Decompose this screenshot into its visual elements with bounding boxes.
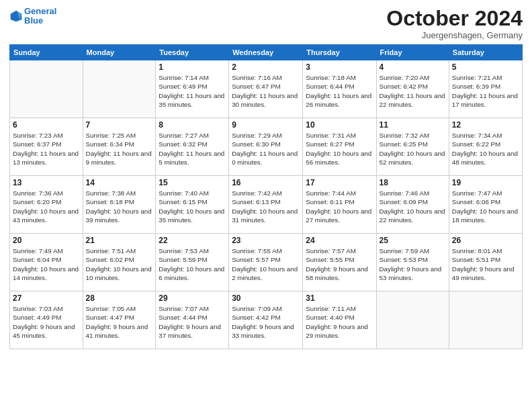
day-number: 1 — [159, 62, 226, 72]
calendar-cell: 1Sunrise: 7:14 AM Sunset: 6:49 PM Daylig… — [156, 60, 229, 118]
day-info: Sunrise: 7:34 AM Sunset: 6:22 PM Dayligh… — [452, 131, 519, 167]
day-number: 7 — [86, 120, 153, 130]
day-info: Sunrise: 7:27 AM Sunset: 6:32 PM Dayligh… — [159, 131, 226, 167]
day-info: Sunrise: 7:36 AM Sunset: 6:20 PM Dayligh… — [13, 189, 80, 224]
col-wednesday: Wednesday — [229, 45, 303, 60]
day-info: Sunrise: 7:31 AM Sunset: 6:27 PM Dayligh… — [306, 131, 373, 167]
day-info: Sunrise: 7:32 AM Sunset: 6:25 PM Dayligh… — [380, 131, 446, 167]
calendar-week-4: 27Sunrise: 7:03 AM Sunset: 4:49 PM Dayli… — [10, 291, 523, 349]
day-info: Sunrise: 7:46 AM Sunset: 6:09 PM Dayligh… — [380, 189, 446, 224]
calendar-week-3: 20Sunrise: 7:49 AM Sunset: 6:04 PM Dayli… — [10, 234, 523, 291]
day-number: 30 — [232, 293, 300, 303]
day-info: Sunrise: 7:21 AM Sunset: 6:39 PM Dayligh… — [452, 73, 519, 109]
day-number: 28 — [86, 293, 153, 303]
page: General Blue October 2024 Juergenshagen,… — [0, 0, 532, 411]
day-info: Sunrise: 7:42 AM Sunset: 6:13 PM Dayligh… — [232, 189, 300, 224]
day-number: 29 — [159, 293, 226, 303]
day-number: 5 — [452, 62, 519, 72]
day-info: Sunrise: 7:29 AM Sunset: 6:30 PM Dayligh… — [232, 131, 300, 167]
day-info: Sunrise: 7:23 AM Sunset: 6:37 PM Dayligh… — [13, 131, 80, 167]
day-number: 15 — [159, 178, 226, 187]
calendar-cell: 10Sunrise: 7:31 AM Sunset: 6:27 PM Dayli… — [303, 118, 376, 176]
calendar-cell: 31Sunrise: 7:11 AM Sunset: 4:40 PM Dayli… — [303, 291, 376, 349]
calendar-cell: 5Sunrise: 7:21 AM Sunset: 6:39 PM Daylig… — [449, 60, 522, 118]
calendar-cell: 22Sunrise: 7:53 AM Sunset: 5:59 PM Dayli… — [156, 234, 229, 291]
calendar-cell: 7Sunrise: 7:25 AM Sunset: 6:34 PM Daylig… — [83, 118, 156, 176]
day-number: 10 — [306, 120, 373, 130]
logo: General Blue — [9, 7, 56, 26]
day-info: Sunrise: 7:09 AM Sunset: 4:42 PM Dayligh… — [232, 304, 300, 340]
calendar-cell: 28Sunrise: 7:05 AM Sunset: 4:47 PM Dayli… — [83, 291, 156, 349]
day-number: 12 — [452, 120, 519, 130]
calendar-cell: 9Sunrise: 7:29 AM Sunset: 6:30 PM Daylig… — [229, 118, 303, 176]
day-number: 4 — [380, 62, 446, 72]
day-info: Sunrise: 7:51 AM Sunset: 6:02 PM Dayligh… — [86, 246, 153, 282]
day-info: Sunrise: 7:18 AM Sunset: 6:44 PM Dayligh… — [306, 73, 373, 109]
calendar-cell: 12Sunrise: 7:34 AM Sunset: 6:22 PM Dayli… — [449, 118, 522, 176]
calendar-cell: 30Sunrise: 7:09 AM Sunset: 4:42 PM Dayli… — [229, 291, 303, 349]
day-number: 13 — [13, 178, 80, 187]
calendar-cell: 13Sunrise: 7:36 AM Sunset: 6:20 PM Dayli… — [10, 176, 83, 234]
calendar-week-2: 13Sunrise: 7:36 AM Sunset: 6:20 PM Dayli… — [10, 176, 523, 234]
col-sunday: Sunday — [10, 45, 83, 60]
calendar-cell — [376, 291, 449, 349]
calendar: Sunday Monday Tuesday Wednesday Thursday… — [9, 44, 523, 349]
day-info: Sunrise: 7:16 AM Sunset: 6:47 PM Dayligh… — [232, 73, 300, 109]
calendar-cell: 24Sunrise: 7:57 AM Sunset: 5:55 PM Dayli… — [303, 234, 376, 291]
day-number: 21 — [86, 236, 153, 245]
day-number: 27 — [13, 293, 80, 303]
day-info: Sunrise: 7:44 AM Sunset: 6:11 PM Dayligh… — [306, 189, 373, 224]
day-info: Sunrise: 7:05 AM Sunset: 4:47 PM Dayligh… — [86, 304, 153, 340]
calendar-cell: 16Sunrise: 7:42 AM Sunset: 6:13 PM Dayli… — [229, 176, 303, 234]
day-number: 3 — [306, 62, 373, 72]
day-info: Sunrise: 7:20 AM Sunset: 6:42 PM Dayligh… — [380, 73, 446, 109]
day-info: Sunrise: 7:57 AM Sunset: 5:55 PM Dayligh… — [306, 246, 373, 282]
day-info: Sunrise: 7:07 AM Sunset: 4:44 PM Dayligh… — [159, 304, 226, 340]
logo-line2: Blue — [24, 15, 43, 26]
calendar-cell: 4Sunrise: 7:20 AM Sunset: 6:42 PM Daylig… — [376, 60, 449, 118]
calendar-cell — [10, 60, 83, 118]
calendar-cell — [449, 291, 522, 349]
logo-text: General Blue — [24, 7, 56, 26]
calendar-cell: 19Sunrise: 7:47 AM Sunset: 6:06 PM Dayli… — [449, 176, 522, 234]
day-number: 22 — [159, 236, 226, 245]
day-info: Sunrise: 7:47 AM Sunset: 6:06 PM Dayligh… — [452, 189, 519, 224]
day-number: 2 — [232, 62, 300, 72]
calendar-cell: 14Sunrise: 7:38 AM Sunset: 6:18 PM Dayli… — [83, 176, 156, 234]
day-number: 9 — [232, 120, 300, 130]
day-number: 26 — [452, 236, 519, 245]
day-number: 18 — [380, 178, 446, 187]
calendar-cell: 25Sunrise: 7:59 AM Sunset: 5:53 PM Dayli… — [376, 234, 449, 291]
day-info: Sunrise: 8:01 AM Sunset: 5:51 PM Dayligh… — [452, 246, 519, 282]
day-number: 17 — [306, 178, 373, 187]
calendar-cell: 27Sunrise: 7:03 AM Sunset: 4:49 PM Dayli… — [10, 291, 83, 349]
header: General Blue October 2024 Juergenshagen,… — [9, 7, 523, 40]
col-friday: Friday — [376, 45, 449, 60]
day-info: Sunrise: 7:53 AM Sunset: 5:59 PM Dayligh… — [159, 246, 226, 282]
day-info: Sunrise: 7:14 AM Sunset: 6:49 PM Dayligh… — [159, 73, 226, 109]
day-number: 16 — [232, 178, 300, 187]
col-monday: Monday — [83, 45, 156, 60]
calendar-cell: 17Sunrise: 7:44 AM Sunset: 6:11 PM Dayli… — [303, 176, 376, 234]
month-title: October 2024 — [386, 7, 523, 30]
day-info: Sunrise: 7:38 AM Sunset: 6:18 PM Dayligh… — [86, 189, 153, 224]
day-info: Sunrise: 7:25 AM Sunset: 6:34 PM Dayligh… — [86, 131, 153, 167]
calendar-cell: 18Sunrise: 7:46 AM Sunset: 6:09 PM Dayli… — [376, 176, 449, 234]
calendar-cell: 20Sunrise: 7:49 AM Sunset: 6:04 PM Dayli… — [10, 234, 83, 291]
calendar-cell: 15Sunrise: 7:40 AM Sunset: 6:15 PM Dayli… — [156, 176, 229, 234]
day-info: Sunrise: 7:49 AM Sunset: 6:04 PM Dayligh… — [13, 246, 80, 282]
day-info: Sunrise: 7:40 AM Sunset: 6:15 PM Dayligh… — [159, 189, 226, 224]
calendar-cell: 29Sunrise: 7:07 AM Sunset: 4:44 PM Dayli… — [156, 291, 229, 349]
day-info: Sunrise: 7:55 AM Sunset: 5:57 PM Dayligh… — [232, 246, 300, 282]
col-thursday: Thursday — [303, 45, 376, 60]
day-number: 20 — [13, 236, 80, 245]
calendar-cell — [83, 60, 156, 118]
calendar-cell: 6Sunrise: 7:23 AM Sunset: 6:37 PM Daylig… — [10, 118, 83, 176]
day-info: Sunrise: 7:03 AM Sunset: 4:49 PM Dayligh… — [13, 304, 80, 340]
calendar-week-0: 1Sunrise: 7:14 AM Sunset: 6:49 PM Daylig… — [10, 60, 523, 118]
calendar-cell: 26Sunrise: 8:01 AM Sunset: 5:51 PM Dayli… — [449, 234, 522, 291]
calendar-body: 1Sunrise: 7:14 AM Sunset: 6:49 PM Daylig… — [10, 60, 523, 349]
location: Juergenshagen, Germany — [386, 30, 523, 40]
calendar-cell: 11Sunrise: 7:32 AM Sunset: 6:25 PM Dayli… — [376, 118, 449, 176]
day-info: Sunrise: 7:59 AM Sunset: 5:53 PM Dayligh… — [380, 246, 446, 282]
